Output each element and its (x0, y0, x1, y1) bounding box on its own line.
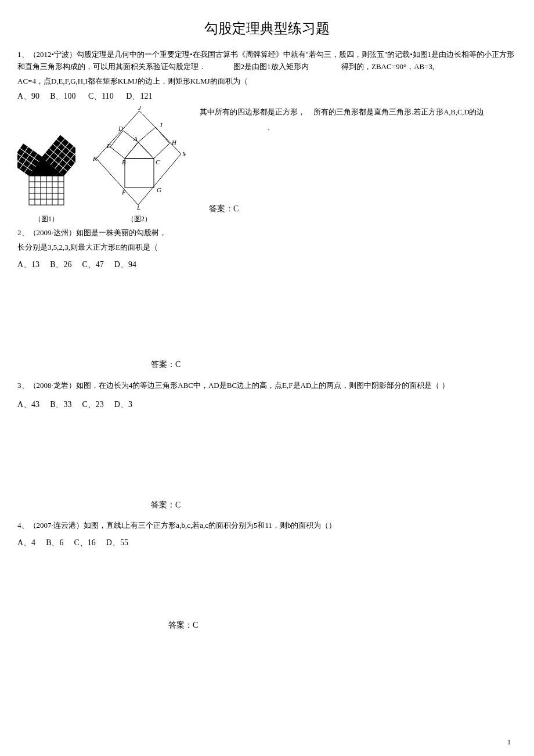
q1-stem-2: AC=4，点D,E,F,G,H,I都在矩形KLMJ的边上，则矩形KLMJ的面积为… (17, 75, 517, 88)
q2-stem-2: 长分别是3,5,2,3,则最大正方形E的面积是（ (17, 242, 517, 254)
q3-answer: 答案：C (151, 499, 517, 512)
figure-container: （图1） J I D (17, 106, 186, 225)
svg-text:G: G (157, 186, 161, 193)
q2-options: A、13B、26C、47D、94 (17, 258, 517, 271)
figure-1-label: （图1） (17, 214, 75, 225)
q3-opt-d: D、3 (114, 400, 132, 409)
svg-text:F: F (121, 189, 126, 196)
svg-marker-29 (125, 142, 154, 159)
svg-text:I: I (160, 121, 163, 128)
svg-text:H: H (171, 139, 177, 146)
svg-text:M: M (182, 150, 186, 157)
q1-text-b: 图2是由图1放入矩形内 (233, 62, 309, 71)
q1-opt-c: C、110 (88, 92, 114, 100)
figure-1-icon (17, 118, 75, 211)
svg-rect-28 (125, 159, 154, 188)
q2-opt-c: C、47 (82, 260, 103, 269)
q2-opt-b: B、26 (50, 260, 71, 269)
q1-answer: 答案：C (209, 203, 517, 215)
q1-stem: 1、（2012•宁波）勾股定理是几何中的一个重要定理•在我国古算书《周髀算经》中… (17, 49, 517, 73)
q3-opt-b: B、33 (50, 400, 71, 409)
figure-2-label: （图2） (93, 214, 186, 225)
svg-text:C: C (156, 159, 160, 165)
q4-opt-d: D、55 (106, 538, 128, 547)
q2-opt-a: A、13 (17, 260, 39, 269)
q3-opt-c: C、23 (82, 400, 103, 409)
svg-text:E: E (106, 142, 111, 149)
svg-text:B: B (122, 159, 126, 165)
svg-text:L: L (136, 204, 140, 211)
svg-marker-27 (96, 111, 181, 205)
page-number: 1 (507, 737, 511, 748)
q4-opt-c: C、16 (74, 538, 95, 547)
q4-text: 如图，直线l上有三个正方形a,b,c,若a,c的面积分别为5和11，则b的面积为… (84, 521, 337, 530)
svg-text:K: K (93, 155, 98, 162)
q1-opt-d: D、121 (126, 92, 152, 100)
q3-options: A、43B、33C、23D、3 (17, 398, 517, 411)
q4-opt-a: A、4 (17, 538, 35, 547)
q4-number: 4、（2007·连云港） (17, 521, 84, 530)
q2-text-a: 如图是一株美丽的勾股树， (76, 228, 167, 237)
q3-opt-a: A、43 (17, 400, 39, 409)
q1-opt-a: A、90 (17, 92, 39, 100)
q1-number: 1、（2012•宁波） (17, 50, 77, 59)
svg-marker-31 (138, 127, 169, 159)
q4-stem: 4、（2007·连云港）如图，直线l上有三个正方形a,b,c,若a,c的面积分别… (17, 520, 517, 532)
svg-text:J: J (138, 106, 142, 111)
q3-stem: 3、（2008·龙岩）如图，在边长为4的等边三角形ABC中，AD是BC边上的高，… (17, 380, 517, 392)
q4-answer: 答案：C (168, 619, 517, 632)
figure-2-icon: J I D A H E B C K M F G L (93, 106, 186, 211)
q1-inline-2: 、 (267, 121, 517, 133)
q4-options: A、4B、6C、16D、55 (17, 537, 517, 549)
page-title: 勾股定理典型练习题 (17, 17, 517, 39)
q2-answer: 答案：C (151, 358, 517, 371)
q4-opt-b: B、6 (46, 538, 63, 547)
svg-text:A: A (133, 135, 138, 142)
q1-text-c: 得到的，ZBAC=90°，AB=3, (341, 62, 434, 71)
q1-inline-left: 其中所有的四边形都是正方形， (200, 108, 305, 116)
q3-text: 如图，在边长为4的等边三角形ABC中，AD是BC边上的高，点E,F是AD上的两点… (76, 381, 449, 390)
q2-stem-1: 2、（2009·达州）如图是一株美丽的勾股树， (17, 227, 517, 239)
q3-number: 3、（2008·龙岩） (17, 381, 76, 390)
q2-number: 2、（2009·达州） (17, 228, 76, 237)
svg-text:D: D (118, 125, 123, 132)
q1-opt-b: B、100 (50, 92, 75, 100)
q2-opt-d: D、94 (114, 260, 136, 269)
q1-options: A、90B、100 C、110 D、121 (17, 90, 517, 103)
q1-inline-right: 所有的三角形都是直角三角形.若正方形A,B,C,D的边 (313, 108, 484, 116)
